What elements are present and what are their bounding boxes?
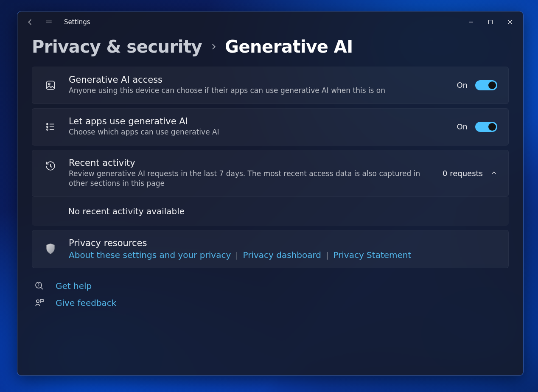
- breadcrumb-parent[interactable]: Privacy & security: [32, 37, 202, 56]
- link-about-privacy[interactable]: About these settings and your privacy: [69, 250, 231, 260]
- maximize-button[interactable]: [481, 15, 500, 29]
- breadcrumb: Privacy & security Generative AI: [32, 37, 509, 56]
- card-desc: Review generative AI requests in the las…: [69, 169, 432, 189]
- shield-icon: [45, 243, 56, 255]
- maximize-icon: [488, 20, 493, 25]
- help-icon: ?: [34, 281, 45, 291]
- feedback-icon: [34, 298, 45, 308]
- nav-menu-button[interactable]: [39, 13, 58, 31]
- card-title: Generative AI access: [69, 75, 446, 85]
- card-recent-activity[interactable]: Recent activity Review generative AI req…: [32, 150, 509, 197]
- svg-point-3: [47, 123, 48, 125]
- link-privacy-dashboard[interactable]: Privacy dashboard: [243, 250, 321, 260]
- close-icon: [507, 20, 513, 25]
- toggle-state-label: On: [457, 81, 468, 90]
- separator: |: [323, 251, 331, 260]
- toggle-state-label: On: [457, 122, 468, 131]
- titlebar: Settings: [17, 11, 523, 33]
- card-title: Recent activity: [69, 158, 432, 168]
- content-area: Privacy & security Generative AI Generat…: [17, 33, 523, 375]
- history-icon: [45, 160, 56, 171]
- back-arrow-icon: [26, 18, 34, 26]
- card-desc: Choose which apps can use generative AI: [69, 127, 446, 137]
- card-let-apps-use-generative-ai: Let apps use generative AI Choose which …: [32, 108, 509, 146]
- generative-ai-access-toggle[interactable]: [475, 80, 497, 90]
- back-button[interactable]: [21, 13, 39, 31]
- let-apps-toggle[interactable]: [475, 122, 497, 132]
- svg-text:?: ?: [38, 283, 40, 287]
- svg-point-8: [36, 300, 39, 302]
- breadcrumb-current: Generative AI: [225, 37, 353, 56]
- chevron-up-icon: [490, 170, 497, 176]
- card-generative-ai-access: Generative AI access Anyone using this d…: [32, 67, 509, 104]
- card-title: Let apps use generative AI: [69, 116, 446, 126]
- svg-point-4: [47, 126, 48, 127]
- svg-rect-1: [46, 81, 55, 90]
- card-title: Privacy resources: [69, 238, 497, 248]
- separator: |: [233, 251, 241, 260]
- link-get-help[interactable]: Get help: [56, 281, 92, 291]
- link-give-feedback[interactable]: Give feedback: [56, 298, 116, 308]
- recent-activity-empty: No recent activity available: [32, 197, 509, 226]
- hamburger-icon: [45, 18, 53, 26]
- list-icon: [45, 121, 56, 132]
- minimize-icon: [468, 20, 474, 25]
- svg-rect-0: [489, 20, 493, 24]
- link-privacy-statement[interactable]: Privacy Statement: [333, 250, 411, 260]
- settings-window: Settings Privacy & security Generative A…: [17, 11, 524, 376]
- card-privacy-resources: Privacy resources About these settings a…: [32, 230, 509, 268]
- chevron-right-icon: [210, 43, 217, 50]
- close-button[interactable]: [500, 15, 520, 29]
- footer-links: ? Get help Give feedback: [32, 281, 509, 308]
- card-desc: Anyone using this device can choose if t…: [69, 86, 446, 96]
- svg-point-2: [48, 83, 50, 84]
- recent-activity-count: 0 requests: [443, 169, 483, 178]
- window-controls: [461, 15, 520, 29]
- app-title: Settings: [64, 18, 90, 26]
- minimize-button[interactable]: [461, 15, 481, 29]
- svg-point-5: [47, 129, 48, 130]
- image-icon: [45, 80, 56, 91]
